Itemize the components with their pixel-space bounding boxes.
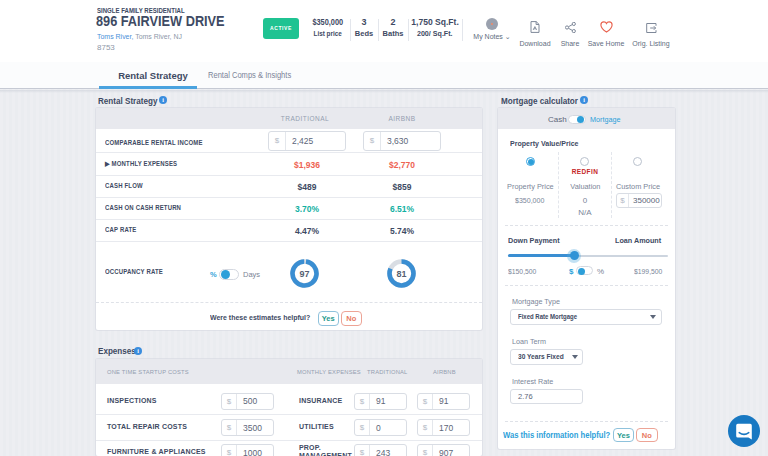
svg-text:97: 97 — [299, 269, 309, 279]
svg-text:81: 81 — [396, 269, 406, 279]
